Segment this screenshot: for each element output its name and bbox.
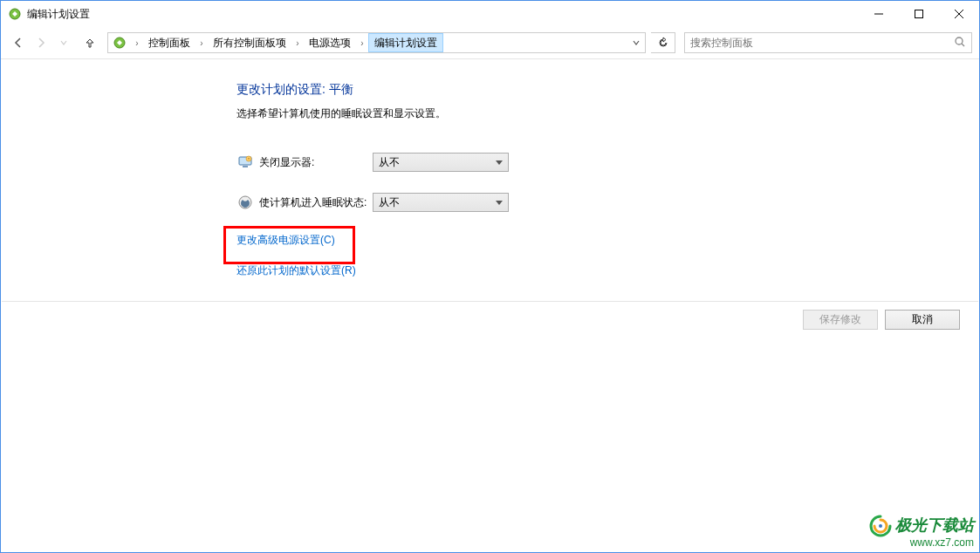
svg-point-12: [879, 524, 882, 528]
save-button: 保存修改: [803, 310, 878, 330]
breadcrumb: 控制面板 › 所有控制面板项 › 电源选项 › 编辑计划设置: [143, 33, 443, 52]
page-subtext: 选择希望计算机使用的睡眠设置和显示设置。: [236, 106, 979, 121]
watermark-url: www.xz7.com: [869, 537, 974, 549]
recent-dropdown[interactable]: [53, 32, 74, 53]
navbar: › 控制面板 › 所有控制面板项 › 电源选项 › 编辑计划设置: [1, 27, 979, 58]
svg-rect-2: [915, 10, 923, 18]
sleep-icon: [236, 194, 254, 211]
crumb-power-options[interactable]: 电源选项: [304, 33, 356, 52]
footer-buttons: 保存修改 取消: [803, 310, 960, 330]
window-title: 编辑计划设置: [27, 7, 90, 22]
watermark: 极光下载站 www.xz7.com: [869, 515, 974, 549]
links: 更改高级电源设置(C) 还原此计划的默认设置(R): [236, 233, 979, 278]
crumb-edit-plan[interactable]: 编辑计划设置: [368, 33, 443, 52]
chevron-right-icon[interactable]: ›: [131, 38, 143, 48]
svg-rect-9: [243, 166, 248, 167]
close-button[interactable]: [939, 1, 979, 27]
back-button[interactable]: [8, 32, 29, 53]
maximize-button[interactable]: [899, 1, 939, 27]
crumb-all-items[interactable]: 所有控制面板项: [208, 33, 291, 52]
svg-line-7: [962, 44, 964, 46]
page-heading: 更改计划的设置: 平衡: [236, 82, 979, 98]
sleep-select[interactable]: 从不: [373, 193, 509, 212]
watermark-logo-icon: [869, 515, 892, 537]
address-icon: [110, 33, 129, 52]
app-icon: [8, 7, 22, 21]
chevron-right-icon[interactable]: ›: [356, 38, 368, 48]
chevron-right-icon[interactable]: ›: [195, 38, 208, 48]
sleep-value: 从不: [379, 195, 400, 210]
sleep-label: 使计算机进入睡眠状态:: [259, 195, 373, 210]
restore-defaults-link[interactable]: 还原此计划的默认设置(R): [236, 263, 979, 278]
display-off-select[interactable]: 从不: [373, 153, 509, 172]
footer-divider: [2, 301, 978, 302]
address-dropdown[interactable]: [627, 33, 645, 52]
refresh-button[interactable]: [651, 32, 675, 53]
cancel-button[interactable]: 取消: [885, 310, 960, 330]
setting-row-display-off: 关闭显示器: 从不: [236, 153, 979, 172]
forward-button[interactable]: [31, 32, 51, 53]
display-off-label: 关闭显示器:: [259, 155, 373, 170]
setting-row-sleep: 使计算机进入睡眠状态: 从不: [236, 193, 979, 212]
advanced-settings-link[interactable]: 更改高级电源设置(C): [236, 233, 979, 248]
search-box[interactable]: [684, 32, 972, 53]
chevron-right-icon[interactable]: ›: [291, 38, 304, 48]
window-controls: [859, 1, 979, 27]
crumb-control-panel[interactable]: 控制面板: [143, 33, 195, 52]
monitor-icon: [236, 154, 254, 171]
address-bar[interactable]: › 控制面板 › 所有控制面板项 › 电源选项 › 编辑计划设置: [107, 32, 646, 53]
titlebar: 编辑计划设置: [1, 1, 979, 27]
search-input[interactable]: [690, 37, 954, 49]
minimize-button[interactable]: [859, 1, 899, 27]
svg-point-6: [956, 38, 963, 44]
search-icon: [954, 36, 966, 51]
watermark-title: 极光下载站: [895, 517, 974, 535]
up-button[interactable]: [79, 32, 100, 53]
main-content: 更改计划的设置: 平衡 选择希望计算机使用的睡眠设置和显示设置。 关闭显示器: …: [1, 59, 979, 278]
display-off-value: 从不: [379, 155, 400, 170]
